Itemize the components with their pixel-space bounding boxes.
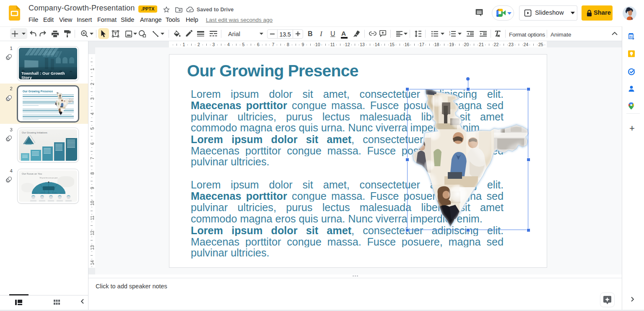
svg-text:31: 31 [629,35,633,38]
svg-text:2: 2 [449,33,451,36]
